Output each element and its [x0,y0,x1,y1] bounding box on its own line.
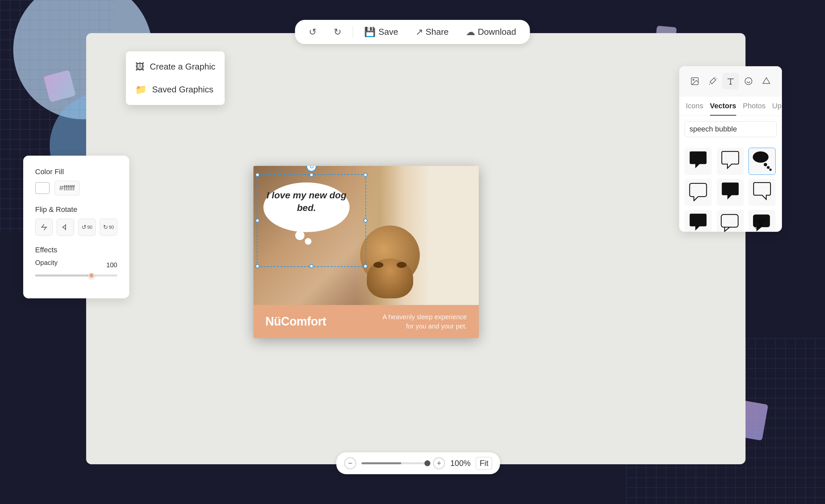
share-button[interactable]: ↗ Share [408,23,456,41]
svg-point-6 [753,151,769,163]
right-panel-toolbar [679,66,782,96]
flip-rotate-label: Flip & Rotate [35,205,117,214]
color-fill-controls: #ffffff [35,181,117,195]
redo-button[interactable]: ↻ [326,23,349,41]
opacity-row: Opacity 100 [35,259,117,271]
effects-label: Effects [35,246,117,254]
icon-grid [679,142,782,232]
speech-bubble-element[interactable]: I love my new dog bed. [260,179,360,252]
svg-point-7 [764,163,767,166]
flip-horizontal-button[interactable] [35,219,53,236]
download-label: Download [478,27,516,37]
svg-rect-11 [753,215,770,227]
top-toolbar: ↺ ↻ 💾 Save ↗ Share ☁ Download [295,20,530,44]
color-fill-row: Color Fill #ffffff [35,168,117,195]
create-graphic-label: Create a Graphic [150,62,215,72]
zoom-slider-thumb[interactable] [425,460,430,466]
download-icon: ☁ [466,26,475,37]
color-swatch[interactable] [35,182,50,194]
tab-uploads[interactable]: Uploads [772,102,782,115]
opacity-value: 100 [106,261,117,269]
wand-tool-button[interactable] [704,73,721,89]
panel-search: 🔍 [684,121,777,137]
text-tool-button[interactable] [722,73,739,89]
saved-graphics-item[interactable]: 📁 Saved Graphics [126,78,225,101]
undo-icon: ↺ [309,26,316,37]
bubble-icon-5[interactable] [717,179,744,206]
shapes-tool-button[interactable] [758,73,775,89]
bubble-icon-7[interactable] [684,210,712,232]
bubble-icon-4[interactable] [684,179,712,206]
svg-point-5 [745,78,752,85]
zoom-fit-button[interactable]: Fit [476,457,492,470]
save-label: Save [378,27,398,37]
zoom-out-button[interactable]: − [344,457,356,469]
tab-photos[interactable]: Photos [743,102,766,115]
flip-vertical-button[interactable] [57,219,74,236]
panel-tabs: Icons Vectors Photos Uploads ★ [679,96,782,116]
right-panel: Icons Vectors Photos Uploads ★ 🔍 [679,66,782,232]
download-button[interactable]: ☁ Download [459,23,524,41]
rotate-cw-button[interactable]: ↻ 90 [100,219,117,236]
canvas-tagline: A heavenly sleep experiencefor you and y… [382,312,467,331]
svg-point-4 [693,79,694,80]
undo-button[interactable]: ↺ [301,23,324,41]
emoji-tool-button[interactable] [740,73,757,89]
folder-icon: 📁 [135,84,147,95]
svg-point-2 [305,238,311,245]
image-icon: 🖼 [135,61,144,72]
rotate-ccw-button[interactable]: ↺ 90 [78,219,96,236]
opacity-slider[interactable] [35,274,117,276]
opacity-label: Opacity [35,259,58,267]
zoom-in-button[interactable]: + [433,457,445,469]
flip-rotate-section: Flip & Rotate ↺ 90 ↻ 90 [35,205,117,236]
graphic-canvas[interactable]: I love my new dog bed. ↻ NüComf [253,166,479,338]
zoom-slider[interactable] [362,462,428,464]
share-icon: ↗ [416,26,423,37]
canvas-photo: I love my new dog bed. ↻ [253,166,479,305]
effects-section: Effects Opacity 100 [35,246,117,276]
bubble-text: I love my new dog bed. [260,189,353,214]
zoom-controls: − + 100% Fit [336,452,500,474]
canvas-workspace[interactable]: I love my new dog bed. ↻ NüComf [126,56,441,448]
save-button[interactable]: 💾 Save [357,23,405,41]
svg-point-8 [767,166,770,169]
color-fill-label: Color Fill [35,168,117,176]
svg-point-9 [769,169,772,171]
opacity-thumb[interactable] [88,272,94,278]
bubble-icon-8[interactable] [717,210,744,232]
bubble-icon-1[interactable] [684,148,712,175]
bubble-icon-3[interactable] [748,148,776,175]
redo-icon: ↻ [333,26,341,37]
canvas-brand: NüComfort [266,315,326,329]
bubble-icon-6[interactable] [748,179,776,206]
search-input[interactable] [689,125,780,134]
svg-point-1 [295,231,304,240]
zoom-slider-fill [362,462,401,464]
color-hex-value[interactable]: #ffffff [54,181,80,195]
canvas-footer: NüComfort A heavenly sleep experiencefor… [253,305,479,338]
properties-panel: Color Fill #ffffff Flip & Rotate ↺ 90 [23,156,129,299]
menu-dropdown: 🖼 Create a Graphic 📁 Saved Graphics [126,51,225,105]
share-label: Share [426,27,449,37]
bubble-icon-9[interactable] [748,210,776,232]
saved-graphics-label: Saved Graphics [152,84,213,95]
tab-vectors[interactable]: Vectors [710,102,737,115]
bubble-icon-2[interactable] [717,148,744,175]
zoom-value: 100% [450,458,470,468]
toolbar-divider [353,26,353,38]
svg-rect-10 [721,215,738,227]
flip-rotate-controls: ↺ 90 ↻ 90 [35,219,117,236]
images-tool-button[interactable] [686,73,703,89]
tab-icons[interactable]: Icons [686,102,703,115]
save-icon: 💾 [364,26,376,37]
create-graphic-item[interactable]: 🖼 Create a Graphic [126,55,225,78]
